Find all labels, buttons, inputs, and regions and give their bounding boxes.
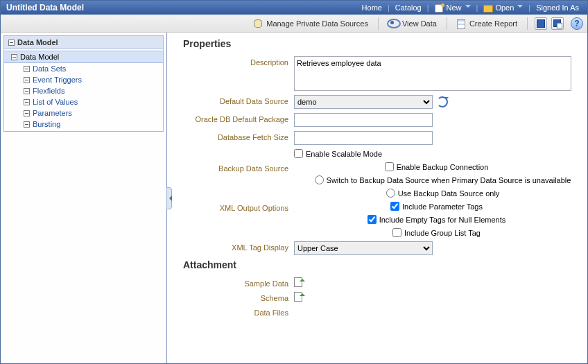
use-backup-only-radio[interactable] xyxy=(386,189,395,198)
enable-backup-connection-checkbox[interactable] xyxy=(385,162,394,171)
default-data-source-select[interactable]: demo xyxy=(294,95,433,109)
view-data-button[interactable]: View Data xyxy=(386,18,440,29)
refresh-icon[interactable] xyxy=(437,96,448,107)
default-data-source-label: Default Data Source xyxy=(183,95,294,105)
description-label: Description xyxy=(183,56,294,67)
open-label: Open xyxy=(495,3,514,12)
content-area: Properties Description Retrieves employe… xyxy=(172,33,587,363)
oracle-db-package-label: Oracle DB Default Package xyxy=(183,113,294,123)
sidebar-header: Data Model xyxy=(4,36,163,49)
chevron-down-icon xyxy=(517,5,523,10)
new-menu[interactable]: New xyxy=(432,3,474,12)
switch-to-backup-radio[interactable] xyxy=(315,175,324,184)
new-label: New xyxy=(447,3,462,12)
tree-bursting[interactable]: Bursting xyxy=(4,119,163,130)
save-icon xyxy=(537,19,545,28)
eye-icon xyxy=(388,20,399,27)
xml-tag-display-label: XML Tag Display xyxy=(183,241,294,252)
toolbar: Manage Private Data Sources View Data Cr… xyxy=(1,15,587,33)
header-links: Home| Catalog| New | Open | Signed In As xyxy=(359,3,582,12)
signed-in-as-link[interactable]: Signed In As xyxy=(533,3,582,12)
collapse-icon[interactable] xyxy=(24,99,30,105)
new-icon xyxy=(435,3,444,12)
report-icon xyxy=(457,19,467,28)
tree-event-triggers[interactable]: Event Triggers xyxy=(4,74,163,85)
oracle-db-package-field[interactable] xyxy=(294,113,433,127)
manage-private-data-sources-button[interactable]: Manage Private Data Sources xyxy=(251,18,371,29)
title-bar: Untitled Data Model Home| Catalog| New |… xyxy=(1,1,587,15)
enable-scalable-mode-checkbox[interactable] xyxy=(294,149,303,158)
tree-root-data-model[interactable]: Data Model xyxy=(4,51,163,63)
collapse-icon[interactable] xyxy=(8,40,15,46)
save-button[interactable] xyxy=(535,17,547,30)
collapse-icon[interactable] xyxy=(24,110,30,116)
upload-icon[interactable] xyxy=(294,292,304,300)
schema-label: Schema xyxy=(183,292,294,302)
attachment-title: Attachment xyxy=(183,259,579,270)
save-as-icon xyxy=(553,19,562,28)
create-report-button[interactable]: Create Report xyxy=(454,18,520,29)
chevron-down-icon xyxy=(465,5,471,10)
include-group-list-tag-checkbox[interactable] xyxy=(392,228,401,237)
database-fetch-size-field[interactable] xyxy=(294,131,433,145)
catalog-link[interactable]: Catalog xyxy=(392,3,424,12)
open-menu[interactable]: Open xyxy=(481,3,526,12)
sidebar: Data Model Data Model Data Sets Event Tr… xyxy=(1,33,167,363)
backup-data-source-label: Backup Data Source xyxy=(183,162,294,173)
description-field[interactable]: Retrieves employee data xyxy=(294,56,571,91)
collapse-icon[interactable] xyxy=(11,54,17,60)
data-files-label: Data Files xyxy=(183,306,294,317)
save-as-button[interactable] xyxy=(551,17,564,30)
upload-icon[interactable] xyxy=(294,277,304,286)
include-parameter-tags-checkbox[interactable] xyxy=(390,202,399,211)
include-empty-tags-checkbox[interactable] xyxy=(368,215,377,224)
sample-data-label: Sample Data xyxy=(183,277,294,288)
database-icon xyxy=(254,19,263,28)
tree-list-of-values[interactable]: List of Values xyxy=(4,96,163,107)
database-fetch-size-label: Database Fetch Size xyxy=(183,131,294,141)
collapse-icon[interactable] xyxy=(24,88,30,94)
collapse-icon[interactable] xyxy=(24,66,30,72)
splitter xyxy=(167,33,172,363)
folder-icon xyxy=(483,3,493,12)
tree-parameters[interactable]: Parameters xyxy=(4,107,163,119)
tree-data-sets[interactable]: Data Sets xyxy=(4,63,163,74)
help-button[interactable]: ? xyxy=(571,17,583,30)
xml-output-options-label: XML Output Options xyxy=(183,202,294,212)
xml-tag-display-select[interactable]: Upper Case xyxy=(294,241,433,255)
page-title: Untitled Data Model xyxy=(6,3,359,12)
home-link[interactable]: Home xyxy=(359,3,385,12)
tree-flexfields[interactable]: Flexfields xyxy=(4,85,163,96)
collapse-sidebar-button[interactable] xyxy=(166,187,172,209)
collapse-icon[interactable] xyxy=(24,121,30,128)
collapse-icon[interactable] xyxy=(24,77,30,83)
properties-title: Properties xyxy=(183,38,579,49)
